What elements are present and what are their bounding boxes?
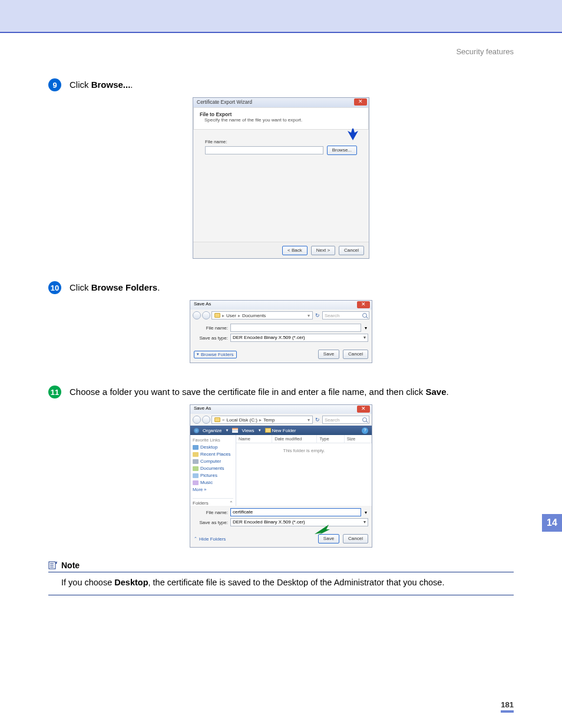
chevron-down-icon[interactable]: ▼ [258, 429, 262, 432]
chevron-down-icon: ▾ [197, 352, 199, 357]
help-icon[interactable]: ? [362, 427, 368, 434]
fav-pictures[interactable]: Pictures [193, 473, 233, 478]
chevron-right-icon: ▸ [259, 417, 262, 423]
favorite-links-heading: Favorite Links [193, 437, 233, 443]
dialog-title: Save As [194, 301, 211, 307]
note-icon [48, 561, 58, 570]
dialog-titlebar[interactable]: Save As ✕ [190, 405, 372, 414]
chevron-down-icon[interactable]: ▾ [308, 417, 310, 423]
arrow-annotation-icon [313, 523, 330, 535]
save-button[interactable]: Save [318, 350, 339, 359]
close-icon[interactable]: ✕ [357, 301, 370, 308]
crumb-item[interactable]: User [226, 313, 236, 318]
step-10: 10 Click Browse Folders. [48, 281, 514, 294]
nav-forward-icon[interactable] [202, 311, 210, 319]
crumb-item[interactable]: Documents [242, 313, 266, 318]
col-size[interactable]: Size [345, 435, 372, 443]
nav-back-icon[interactable] [193, 311, 201, 319]
dialog-titlebar[interactable]: Save As ✕ [190, 301, 372, 309]
browse-folders-button[interactable]: ▾ Browse Folders [194, 351, 237, 358]
cancel-button[interactable]: Cancel [343, 534, 368, 543]
views-menu[interactable]: Views [242, 428, 254, 433]
certificate-export-wizard-dialog: Certificate Export Wizard ✕ File to Expo… [193, 97, 369, 259]
crumb-item[interactable]: Local Disk (C:) [226, 417, 257, 423]
breadcrumb[interactable]: « Local Disk (C:) ▸ Temp ▾ [211, 416, 313, 424]
close-icon[interactable]: ✕ [354, 98, 367, 106]
folders-tree-heading[interactable]: Folders ⌃ [193, 498, 233, 506]
fav-label: Pictures [200, 473, 217, 478]
note-body: If you choose Desktop, the certificate f… [48, 576, 514, 589]
hide-folders-button[interactable]: ⌃ Hide Folders [194, 536, 226, 542]
search-placeholder: Search [325, 313, 339, 318]
search-input[interactable]: Search [322, 416, 369, 424]
organize-menu[interactable]: Organize [203, 428, 222, 433]
chevron-right-icon: ▸ [222, 313, 224, 318]
wizard-subheading: Specify the name of the file you want to… [204, 117, 362, 123]
step-9: 9 Click Browse.... [48, 78, 514, 91]
save-button[interactable]: Save [318, 534, 339, 543]
organize-icon [194, 428, 199, 433]
col-name[interactable]: Name [236, 435, 272, 443]
empty-folder-message: This folder is empty. [236, 443, 372, 458]
step-text: Choose a folder you want to save the cer… [70, 386, 449, 398]
header-bar [0, 0, 562, 33]
save-as-dialog-expanded: Save As ✕ « Local Disk (C:) ▸ Temp ▾ ↻ S… [190, 404, 372, 548]
fav-more[interactable]: More » [193, 487, 233, 492]
fav-label: Documents [200, 466, 224, 471]
chevron-down-icon[interactable]: ▾ [308, 313, 310, 318]
save-as-type-label: Save as type: [194, 520, 228, 525]
text: Click [70, 80, 91, 90]
new-folder-button[interactable]: New Folder [265, 428, 296, 433]
fav-recent-places[interactable]: Recent Places [193, 452, 233, 457]
fav-music[interactable]: Music [193, 480, 233, 485]
chevron-left-icon: « [222, 417, 224, 423]
cancel-button[interactable]: Cancel [339, 246, 364, 255]
desktop-icon [193, 445, 199, 450]
cancel-button[interactable]: Cancel [343, 350, 368, 359]
explorer-toolbar: Organize▼ Views▼ New Folder ? [190, 426, 372, 435]
fav-documents[interactable]: Documents [193, 466, 233, 471]
refresh-icon[interactable]: ↻ [314, 312, 321, 319]
dialog-titlebar[interactable]: Certificate Export Wizard ✕ [193, 98, 369, 107]
chevron-down-icon[interactable]: ▼ [225, 429, 229, 432]
file-name-label: File name: [194, 325, 228, 331]
text-bold: Desktop [114, 578, 148, 587]
nav-forward-icon[interactable] [202, 416, 210, 424]
step-number-badge: 9 [48, 78, 61, 91]
favorite-links-panel: Favorite Links Desktop Recent Places Com… [190, 435, 236, 506]
refresh-icon[interactable]: ↻ [314, 416, 321, 423]
folders-label: Folders [193, 500, 209, 506]
col-date[interactable]: Date modified [272, 435, 317, 443]
save-as-type-dropdown[interactable]: DER Encoded Binary X.509 (*.cer) [230, 518, 368, 526]
search-input[interactable]: Search [322, 311, 369, 319]
fav-desktop[interactable]: Desktop [193, 444, 233, 450]
chevron-down-icon[interactable]: ▾ [363, 325, 368, 331]
search-icon [362, 313, 367, 318]
chevron-down-icon[interactable]: ▾ [363, 510, 368, 515]
text-bold: Browse Folders [91, 282, 158, 292]
browse-button[interactable]: Browse... [327, 146, 357, 155]
chapter-tab: 14 [542, 514, 562, 532]
file-name-input[interactable] [230, 324, 361, 332]
file-name-input[interactable] [205, 146, 323, 154]
text: . [447, 387, 449, 397]
recent-places-icon [193, 452, 199, 457]
breadcrumb[interactable]: ▸ User ▸ Documents ▾ [211, 311, 313, 319]
close-icon[interactable]: ✕ [357, 406, 370, 413]
col-type[interactable]: Type [317, 435, 344, 443]
section-header: Security features [0, 33, 562, 56]
search-icon [362, 417, 367, 422]
text: , the certificate file is saved to the D… [148, 578, 445, 587]
step-number-badge: 10 [48, 281, 61, 294]
file-name-input[interactable]: certificate [230, 508, 361, 516]
documents-icon [193, 466, 199, 471]
fav-label: Recent Places [200, 452, 231, 457]
nav-back-icon[interactable] [193, 416, 201, 424]
crumb-item[interactable]: Temp [263, 417, 275, 423]
save-as-dialog-compact: Save As ✕ ▸ User ▸ Documents ▾ ↻ Search [190, 300, 372, 363]
next-button[interactable]: Next > [311, 246, 335, 255]
file-list-header[interactable]: Name Date modified Type Size [236, 435, 372, 443]
save-as-type-dropdown[interactable]: DER Encoded Binary X.509 (*.cer) [230, 334, 368, 342]
fav-computer[interactable]: Computer [193, 459, 233, 464]
back-button[interactable]: < Back [282, 246, 308, 255]
